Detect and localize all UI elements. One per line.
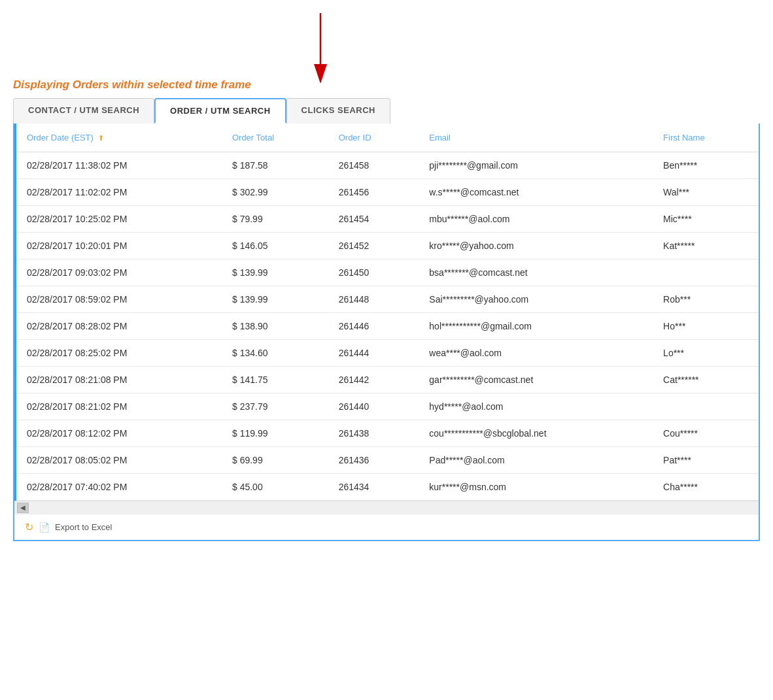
table-row: 02/28/2017 10:25:02 PM$ 79.99261454mbu**… [16,206,759,233]
cell-row2-col0: 02/28/2017 10:25:02 PM [16,206,222,233]
displaying-orders-text: Displaying Orders within selected time f… [13,78,251,92]
cell-row8-col4: Cat****** [653,367,759,393]
cell-row12-col4: Cha***** [653,474,759,501]
col-header-order-total[interactable]: Order Total [222,124,328,152]
cell-row7-col2: 261444 [328,340,419,367]
cell-row7-col1: $ 134.60 [222,340,328,367]
cell-row6-col0: 02/28/2017 08:28:02 PM [16,313,222,340]
scroll-left-button[interactable]: ◀ [17,503,29,513]
cell-row8-col3: gar*********@comcast.net [419,367,653,393]
cell-row6-col4: Ho*** [653,313,759,340]
cell-row5-col1: $ 139.99 [222,286,328,313]
table-row: 02/28/2017 11:38:02 PM$ 187.58261458pji*… [16,152,759,179]
cell-row5-col4: Rob*** [653,286,759,313]
col-header-email[interactable]: Email [419,124,653,152]
cell-row0-col0: 02/28/2017 11:38:02 PM [16,152,222,179]
cell-row1-col3: w.s*****@comcast.net [419,179,653,206]
excel-icon: 📄 [39,522,50,533]
cell-row7-col0: 02/28/2017 08:25:02 PM [16,340,222,367]
table-row: 02/28/2017 08:25:02 PM$ 134.60261444wea*… [16,340,759,367]
cell-row6-col2: 261446 [328,313,419,340]
col-header-first-name[interactable]: First Name [653,124,759,152]
cell-row4-col2: 261450 [328,259,419,286]
table-header-row: Order Date (EST) ⬆ Order Total Order ID … [16,124,759,152]
table-row: 02/28/2017 11:02:02 PM$ 302.99261456w.s*… [16,179,759,206]
cell-row6-col3: hol***********@gmail.com [419,313,653,340]
table-row: 02/28/2017 10:20:01 PM$ 146.05261452kro*… [16,233,759,259]
cell-row0-col3: pji********@gmail.com [419,152,653,179]
tab-order-utm[interactable]: ORDER / UTM SEARCH [154,98,286,124]
export-to-excel-link[interactable]: Export to Excel [55,522,112,532]
cell-row4-col1: $ 139.99 [222,259,328,286]
cell-row8-col1: $ 141.75 [222,367,328,393]
refresh-icon: ↻ [25,521,33,533]
cell-row9-col3: hyd*****@aol.com [419,393,653,420]
cell-row1-col4: Wal*** [653,179,759,206]
cell-row11-col3: Pad*****@aol.com [419,447,653,474]
cell-row1-col0: 02/28/2017 11:02:02 PM [16,179,222,206]
cell-row12-col3: kur*****@msn.com [419,474,653,501]
cell-row5-col2: 261448 [328,286,419,313]
cell-row9-col0: 02/28/2017 08:21:02 PM [16,393,222,420]
cell-row12-col0: 02/28/2017 07:40:02 PM [16,474,222,501]
table-row: 02/28/2017 08:21:08 PM$ 141.75261442gar*… [16,367,759,393]
cell-row0-col4: Ben***** [653,152,759,179]
table-row: 02/28/2017 08:28:02 PM$ 138.90261446hol*… [16,313,759,340]
cell-row3-col3: kro*****@yahoo.com [419,233,653,259]
cell-row10-col2: 261438 [328,420,419,447]
orders-table: Order Date (EST) ⬆ Order Total Order ID … [16,124,759,501]
annotation-area: Displaying Orders within selected time f… [13,13,760,98]
red-arrow-icon [311,13,330,85]
cell-row11-col1: $ 69.99 [222,447,328,474]
cell-row3-col1: $ 146.05 [222,233,328,259]
table-row: 02/28/2017 08:59:02 PM$ 139.99261448Sai*… [16,286,759,313]
cell-row10-col1: $ 119.99 [222,420,328,447]
col-header-order-date[interactable]: Order Date (EST) ⬆ [16,124,222,152]
cell-row6-col1: $ 138.90 [222,313,328,340]
table-row: 02/28/2017 08:12:02 PM$ 119.99261438cou*… [16,420,759,447]
cell-row2-col1: $ 79.99 [222,206,328,233]
cell-row5-col3: Sai*********@yahoo.com [419,286,653,313]
tabs-row: CONTACT / UTM SEARCH ORDER / UTM SEARCH … [13,98,760,124]
table-row: 02/28/2017 08:05:02 PM$ 69.99261436Pad**… [16,447,759,474]
main-content: Order Date (EST) ⬆ Order Total Order ID … [13,124,760,541]
cell-row1-col1: $ 302.99 [222,179,328,206]
cell-row5-col0: 02/28/2017 08:59:02 PM [16,286,222,313]
cell-row11-col4: Pat**** [653,447,759,474]
cell-row7-col3: wea****@aol.com [419,340,653,367]
sort-icon: ⬆ [98,134,104,142]
cell-row7-col4: Lo*** [653,340,759,367]
cell-row3-col4: Kat***** [653,233,759,259]
cell-row10-col3: cou***********@sbcglobal.net [419,420,653,447]
tab-contact-utm[interactable]: CONTACT / UTM SEARCH [13,98,154,124]
table-row: 02/28/2017 07:40:02 PM$ 45.00261434kur**… [16,474,759,501]
table-container[interactable]: Order Date (EST) ⬆ Order Total Order ID … [14,124,759,501]
cell-row8-col0: 02/28/2017 08:21:08 PM [16,367,222,393]
cell-row2-col2: 261454 [328,206,419,233]
cell-row12-col2: 261434 [328,474,419,501]
table-row: 02/28/2017 09:03:02 PM$ 139.99261450bsa*… [16,259,759,286]
cell-row9-col2: 261440 [328,393,419,420]
svg-marker-1 [314,64,327,84]
cell-row3-col2: 261452 [328,233,419,259]
cell-row1-col2: 261456 [328,179,419,206]
cell-row4-col0: 02/28/2017 09:03:02 PM [16,259,222,286]
tab-clicks-search[interactable]: CLICKS SEARCH [286,98,390,124]
cell-row3-col0: 02/28/2017 10:20:01 PM [16,233,222,259]
cell-row0-col2: 261458 [328,152,419,179]
cell-row11-col2: 261436 [328,447,419,474]
cell-row2-col3: mbu******@aol.com [419,206,653,233]
cell-row9-col1: $ 237.79 [222,393,328,420]
table-row: 02/28/2017 08:21:02 PM$ 237.79261440hyd*… [16,393,759,420]
cell-row0-col1: $ 187.58 [222,152,328,179]
tabs-and-content: CONTACT / UTM SEARCH ORDER / UTM SEARCH … [13,98,760,541]
cell-row9-col4 [653,393,759,420]
horizontal-scrollbar[interactable]: ◀ [14,501,759,514]
cell-row4-col4 [653,259,759,286]
footer-row: ↻ 📄 Export to Excel [14,514,759,540]
cell-row12-col1: $ 45.00 [222,474,328,501]
col-header-order-id[interactable]: Order ID [328,124,419,152]
cell-row2-col4: Mic**** [653,206,759,233]
cell-row4-col3: bsa*******@comcast.net [419,259,653,286]
cell-row10-col4: Cou***** [653,420,759,447]
